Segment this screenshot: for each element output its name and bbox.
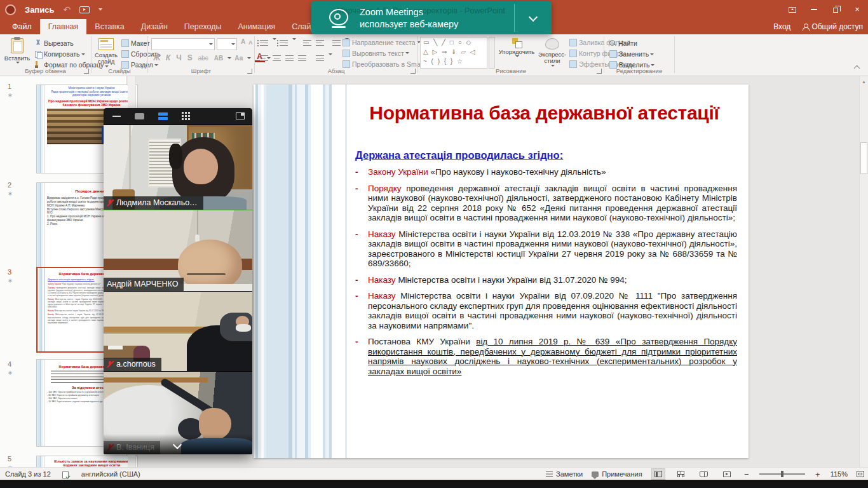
bullets-button[interactable] [259, 38, 269, 48]
scrollbar-up-icon[interactable]: ▲ [860, 78, 868, 86]
powerpoint-app-icon [5, 4, 16, 15]
shapes-gallery[interactable]: ▭ ╲ ╱ □ ○ ◇ △ ▷ ⇒ ⇓ ▱ ◁ ~ ( ) { } ☆ [420, 37, 487, 69]
muted-mic-icon [107, 199, 113, 207]
video-tile-3[interactable]: a.chornous [104, 291, 252, 371]
sign-in-link[interactable]: Вход [773, 22, 790, 31]
undo-icon[interactable]: ↶ [63, 4, 71, 15]
slide-bullet-4: -Наказу Міністерства освіти і науки Укра… [351, 275, 737, 285]
replace-dropdown-icon [650, 53, 654, 55]
video-tile-2-active-speaker[interactable]: Андрій МАРЧЕНКО [104, 210, 252, 291]
collapse-ribbon-icon[interactable] [854, 65, 860, 72]
clipboard-dialog-launcher[interactable] [84, 69, 89, 74]
columns-button[interactable] [315, 53, 325, 64]
slide-sorter-view-button[interactable] [674, 468, 688, 480]
find-button[interactable]: Найти [609, 37, 637, 49]
zoom-panel-bottom-overlay [104, 434, 252, 454]
line-spacing-button[interactable] [331, 38, 342, 48]
tab-animations[interactable]: Анимация [229, 19, 283, 34]
align-left-button[interactable] [259, 53, 269, 64]
new-slide-label: Создать слайд [92, 52, 121, 65]
zoom-slider-thumb[interactable] [781, 471, 783, 477]
slide-decorative-stripes [254, 85, 346, 458]
close-button[interactable]: × [846, 0, 868, 19]
ribbon-display-options-button[interactable] [782, 0, 803, 19]
zoom-out-button[interactable]: − [743, 470, 750, 479]
start-slideshow-icon[interactable] [79, 6, 90, 13]
character-spacing-button[interactable]: АВ [212, 55, 226, 62]
minimize-button[interactable] [803, 0, 825, 19]
italic-button[interactable]: К [163, 53, 173, 62]
arrange-dropdown-icon [515, 55, 519, 57]
font-dialog-launcher[interactable] [247, 69, 252, 74]
thumbnail-slide-5[interactable]: Кількість заявок за науковими напрямами,… [36, 456, 138, 467]
thumb-1-animation-icon: ∗ [4, 92, 13, 98]
normal-view-button[interactable] [651, 468, 665, 480]
comments-button[interactable]: Примечания [592, 470, 642, 478]
copy-button[interactable]: Копировать [34, 48, 85, 60]
scrollbar-thumb[interactable] [860, 142, 867, 174]
paste-label: Вставить [4, 55, 30, 62]
tab-insert[interactable]: Вставка [86, 19, 132, 34]
participant-label: Андрій МАРЧЕНКО [104, 278, 184, 291]
numbering-icon [280, 40, 288, 46]
language-indicator[interactable]: английский (США) [81, 470, 140, 478]
zoom-popout-icon[interactable] [236, 112, 245, 119]
group-separator [674, 36, 675, 73]
increase-indent-button[interactable] [315, 38, 325, 48]
zoom-in-button[interactable]: + [814, 470, 822, 479]
align-center-button[interactable] [271, 53, 282, 64]
drawing-dialog-launcher[interactable] [597, 69, 602, 74]
spellcheck-icon[interactable] [62, 471, 70, 478]
zoom-collapse-chevron-icon[interactable] [173, 440, 182, 449]
align-text-button[interactable]: Выровнять текст [342, 48, 409, 58]
vertical-scrollbar[interactable]: ▲ [859, 76, 868, 467]
normal-view-icon [654, 471, 662, 477]
fit-slide-to-window-icon[interactable] [857, 471, 864, 477]
thumb-4-stripes [37, 360, 46, 446]
align-right-button[interactable] [284, 53, 295, 64]
zoom-level[interactable]: 115% [831, 470, 848, 478]
numbering-button[interactable] [278, 38, 289, 48]
underline-button[interactable]: Ч [173, 53, 184, 62]
tab-file[interactable]: Файл [4, 19, 40, 34]
slide-canvas[interactable]: Нормативна база державної атестації Держ… [254, 85, 749, 458]
zoom-webcam-banner: Марченко А.П. Рада проректорів - PowerPo… [311, 1, 552, 34]
customize-quick-access-icon[interactable] [98, 8, 102, 11]
group-drawing: ▭ ╲ ╱ □ ○ ◇ △ ▷ ⇒ ⇓ ▱ ◁ ~ ( ) { } ☆ Упор… [418, 34, 604, 76]
share-button[interactable]: Общий доступ [802, 22, 863, 31]
notes-button[interactable]: Заметки [546, 470, 583, 478]
decrease-indent-button[interactable] [302, 38, 313, 48]
slideshow-view-button[interactable] [720, 468, 734, 480]
zoom-strip-view-icon[interactable] [158, 112, 168, 120]
zoom-speaker-view-icon[interactable] [135, 113, 144, 119]
change-case-button[interactable]: Аа [232, 55, 245, 62]
slide-bullet-6: -Постанова КМУ України від 10 липня 2019… [351, 337, 737, 376]
cut-button[interactable]: Вырезать [34, 37, 74, 49]
reading-view-button[interactable] [697, 468, 711, 480]
thumb-5-stripes [37, 456, 46, 467]
paste-dropdown-icon [16, 62, 20, 64]
text-direction-icon [342, 39, 350, 46]
tab-home[interactable]: Главная [40, 19, 87, 34]
text-direction-button[interactable]: Направление текста [342, 37, 421, 48]
bold-button[interactable]: Ж [151, 53, 163, 62]
restore-button[interactable] [825, 0, 846, 19]
replace-button[interactable]: Заменить [609, 48, 654, 60]
zoom-minimize-icon[interactable] [112, 116, 121, 117]
shapes-gallery-scrollbar[interactable] [489, 37, 495, 69]
video-tile-1[interactable]: Людмила Москальо… [104, 125, 252, 210]
banner-text: Zoom Meetings использует веб-камеру [360, 6, 458, 30]
justify-button[interactable] [297, 53, 308, 64]
text-shadow-button[interactable]: S [185, 53, 195, 62]
tab-design[interactable]: Дизайн [133, 19, 176, 34]
tab-transitions[interactable]: Переходы [176, 19, 230, 34]
paragraph-dialog-launcher[interactable] [410, 69, 416, 74]
find-label: Найти [618, 39, 637, 47]
strikethrough-button[interactable]: abc [196, 55, 211, 62]
zoom-slider[interactable] [759, 473, 805, 475]
font-size-combobox[interactable] [217, 38, 237, 50]
align-left-icon [260, 55, 268, 62]
bottom-black-strip [0, 480, 868, 488]
font-name-combobox[interactable] [151, 38, 215, 50]
zoom-gallery-view-icon[interactable] [182, 112, 191, 121]
